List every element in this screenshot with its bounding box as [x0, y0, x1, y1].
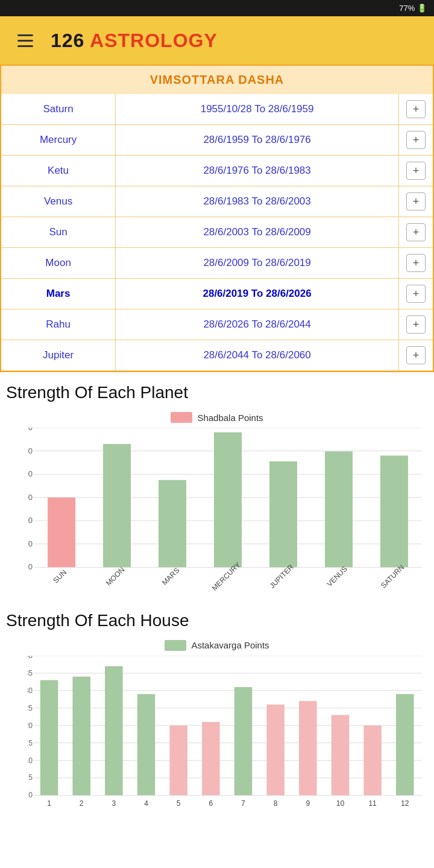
- dasha-period: 28/6/2044 To 28/6/2060: [116, 340, 399, 371]
- dasha-expand-cell[interactable]: +: [399, 94, 433, 125]
- dasha-expand-button[interactable]: +: [406, 254, 426, 272]
- dasha-expand-cell[interactable]: +: [399, 125, 433, 156]
- brand-name: ASTROLOGY: [90, 30, 218, 51]
- dasha-row: Moon 28/6/2009 To 28/6/2019 +: [1, 248, 433, 279]
- house-bar: [234, 687, 253, 795]
- svg-text:2: 2: [80, 799, 84, 808]
- dasha-expand-button[interactable]: +: [406, 223, 426, 241]
- dasha-period: 28/6/2003 To 28/6/2009: [116, 217, 399, 248]
- dasha-period: 28/6/1976 To 28/6/1983: [116, 156, 399, 186]
- y-axis-labels: [6, 428, 28, 600]
- dasha-expand-cell[interactable]: +: [399, 309, 433, 340]
- house-bar: [363, 725, 382, 795]
- house-bar: [40, 680, 58, 795]
- svg-text:400: 400: [28, 469, 33, 478]
- svg-text:12: 12: [401, 799, 409, 808]
- svg-text:6: 6: [209, 799, 213, 808]
- svg-text:30: 30: [28, 686, 33, 695]
- dasha-period: 1955/10/28 To 28/6/1959: [116, 94, 399, 125]
- dasha-section: VIMSOTTARA DASHA Saturn 1955/10/28 To 28…: [0, 65, 434, 372]
- app-header: 126 ASTROLOGY: [0, 16, 434, 65]
- dasha-expand-button[interactable]: +: [406, 100, 426, 118]
- house-bar: [72, 676, 90, 795]
- dasha-planet: Sun: [1, 217, 116, 248]
- menu-button[interactable]: [10, 25, 41, 56]
- dasha-expand-cell[interactable]: +: [399, 186, 433, 217]
- svg-text:0: 0: [28, 791, 33, 799]
- svg-text:10: 10: [28, 756, 33, 764]
- house-bar: [332, 715, 350, 795]
- dasha-planet: Venus: [1, 186, 116, 217]
- house-bar: [299, 701, 317, 795]
- dasha-row: Jupiter 28/6/2044 To 28/6/2060 +: [1, 340, 433, 371]
- dasha-expand-cell[interactable]: +: [399, 156, 433, 186]
- svg-text:MARS: MARS: [160, 566, 181, 587]
- house-bar: [396, 694, 414, 795]
- svg-text:300: 300: [28, 493, 33, 502]
- dasha-planet: Rahu: [1, 309, 116, 340]
- dasha-expand-button[interactable]: +: [406, 315, 426, 334]
- svg-text:MOON: MOON: [104, 565, 126, 587]
- svg-text:10: 10: [336, 799, 345, 808]
- dasha-expand-cell[interactable]: +: [399, 279, 433, 309]
- house-legend-label: Astakavarga Points: [191, 640, 269, 650]
- planet-bar: [380, 455, 408, 567]
- house-bar: [202, 722, 220, 795]
- dasha-expand-button[interactable]: +: [406, 285, 426, 303]
- house-chart-legend: Astakavarga Points: [6, 640, 428, 651]
- planet-bar: [48, 498, 75, 568]
- planet-chart-legend: Shadbala Points: [6, 412, 428, 423]
- svg-text:35: 35: [28, 669, 33, 677]
- dasha-expand-button[interactable]: +: [406, 131, 426, 149]
- brand-number: 126: [51, 30, 84, 51]
- planet-strength-chart-container: Shadbala Points 0100200300400500600SUNMO…: [0, 406, 434, 600]
- svg-text:5: 5: [28, 773, 33, 782]
- planet-bar: [325, 451, 353, 567]
- dasha-expand-button[interactable]: +: [406, 192, 426, 211]
- svg-text:0: 0: [28, 562, 33, 571]
- dasha-expand-button[interactable]: +: [406, 346, 426, 364]
- svg-text:500: 500: [28, 446, 33, 455]
- menu-icon-line3: [17, 45, 33, 47]
- dasha-expand-cell[interactable]: +: [399, 248, 433, 279]
- svg-text:25: 25: [28, 703, 33, 712]
- house-chart-svg: 0510152025303540123456789101112: [28, 656, 428, 814]
- house-strength-chart-container: Astakavarga Points 051015202530354012345…: [0, 634, 434, 816]
- dasha-row: Saturn 1955/10/28 To 28/6/1959 +: [1, 94, 433, 125]
- svg-text:SUN: SUN: [51, 568, 68, 585]
- legend-swatch-red: [171, 412, 192, 423]
- dasha-row: Ketu 28/6/1976 To 28/6/1983 +: [1, 156, 433, 186]
- svg-text:100: 100: [28, 539, 33, 548]
- svg-text:VENUS: VENUS: [325, 565, 348, 588]
- dasha-planet: Mars: [1, 279, 116, 309]
- dasha-row: Venus 28/6/1983 To 28/6/2003 +: [1, 186, 433, 217]
- planet-bar-chart: 0100200300400500600SUNMOONMARSMERCURYJUP…: [28, 428, 428, 600]
- planet-legend-label: Shadbala Points: [197, 413, 263, 423]
- dasha-period: 28/6/2009 To 28/6/2019: [116, 248, 399, 279]
- dasha-period: 28/6/1959 To 28/6/1976: [116, 125, 399, 156]
- dasha-table: Saturn 1955/10/28 To 28/6/1959 + Mercury…: [1, 94, 433, 371]
- svg-text:11: 11: [368, 799, 377, 808]
- dasha-expand-button[interactable]: +: [406, 162, 426, 180]
- dasha-expand-cell[interactable]: +: [399, 217, 433, 248]
- planet-strength-section: Strength Of Each Planet Shadbala Points …: [0, 372, 434, 600]
- house-bar-chart: 0510152025303540123456789101112: [28, 656, 428, 816]
- svg-text:7: 7: [241, 799, 245, 808]
- dasha-row: Mercury 28/6/1959 To 28/6/1976 +: [1, 125, 433, 156]
- svg-text:15: 15: [28, 738, 33, 747]
- svg-text:4: 4: [144, 799, 148, 808]
- dasha-planet: Mercury: [1, 125, 116, 156]
- dasha-expand-cell[interactable]: +: [399, 340, 433, 371]
- dasha-planet: Jupiter: [1, 340, 116, 371]
- menu-icon-line2: [17, 40, 33, 42]
- dasha-planet: Ketu: [1, 156, 116, 186]
- dasha-planet: Moon: [1, 248, 116, 279]
- legend-swatch-green: [165, 640, 186, 651]
- svg-text:200: 200: [28, 516, 33, 525]
- planet-bar: [159, 480, 186, 568]
- planet-chart-svg: 0100200300400500600SUNMOONMARSMERCURYJUP…: [28, 428, 428, 598]
- dasha-period: 28/6/2026 To 28/6/2044: [116, 309, 399, 340]
- house-y-axis-labels: [6, 656, 28, 816]
- svg-text:3: 3: [112, 799, 116, 808]
- svg-text:1: 1: [47, 799, 51, 808]
